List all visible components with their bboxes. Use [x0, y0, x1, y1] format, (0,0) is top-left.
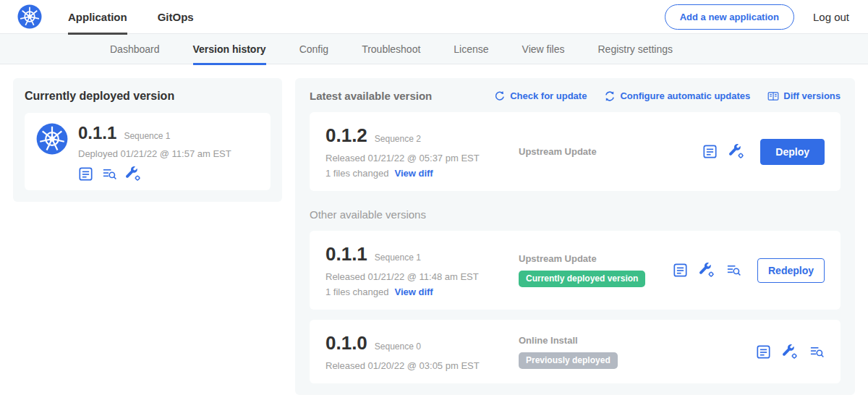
released-timestamp: Released 01/20/22 @ 03:05 pm EST — [326, 360, 510, 371]
latest-card-actions: Deploy — [702, 139, 825, 165]
panel-action-links: Check for update Configure automatic upd… — [494, 90, 841, 102]
check-for-update-link[interactable]: Check for update — [494, 90, 587, 102]
configure-automatic-updates-link[interactable]: Configure automatic updates — [604, 90, 750, 102]
subnav-tab-config[interactable]: Config — [299, 34, 328, 64]
diff-versions-link[interactable]: Diff versions — [767, 90, 841, 102]
version-info: 0.1.1 Sequence 1 Released 01/21/22 @ 11:… — [326, 243, 510, 297]
refresh-icon — [494, 90, 506, 102]
view-files-icon[interactable] — [102, 166, 117, 182]
latest-released-timestamp: Released 01/21/22 @ 05:37 pm EST — [326, 153, 510, 163]
latest-version-info: 0.1.2 Sequence 2 Released 01/21/22 @ 05:… — [326, 124, 510, 179]
add-application-button[interactable]: Add a new application — [665, 4, 794, 30]
version-card-0-1-0: 0.1.0 Sequence 0 Released 01/20/22 @ 03:… — [310, 320, 841, 383]
source-label: Online Install — [519, 335, 756, 346]
sync-icon — [604, 90, 616, 102]
app-icon-kubernetes — [36, 123, 68, 155]
subnav-tab-license-label: License — [454, 43, 488, 55]
kubernetes-logo-icon — [17, 4, 42, 29]
sequence-label: Sequence 1 — [375, 252, 421, 263]
view-files-icon[interactable] — [809, 344, 825, 360]
deployed-panel-title: Currently deployed version — [25, 90, 271, 103]
available-versions-panel: Latest available version Check for updat… — [295, 78, 855, 395]
diff-versions-label: Diff versions — [783, 90, 841, 101]
card-actions: Redeploy — [673, 258, 825, 283]
topbar-right: Add a new application Log out — [665, 4, 849, 30]
source-column: Upstream Update Currently deployed versi… — [510, 253, 673, 287]
latest-available-title: Latest available version — [310, 90, 432, 102]
app-subnav: Dashboard Version history Config Trouble… — [0, 34, 868, 64]
card-actions — [756, 344, 825, 360]
version-card-0-1-1: 0.1.1 Sequence 1 Released 01/21/22 @ 11:… — [310, 231, 841, 310]
view-diff-link[interactable]: View diff — [394, 286, 433, 297]
subnav-tab-registry-settings[interactable]: Registry settings — [597, 34, 672, 64]
latest-source-column: Upstream Update — [510, 146, 702, 157]
subnav-tab-view-files[interactable]: View files — [522, 34, 565, 64]
source-label: Upstream Update — [519, 253, 673, 264]
subnav-tab-version-history[interactable]: Version history — [193, 34, 266, 64]
other-versions-title: Other available versions — [310, 208, 841, 221]
files-changed: 1 files changed — [326, 286, 388, 297]
currently-deployed-badge: Currently deployed version — [519, 271, 645, 287]
deployed-timestamp: Deployed 01/21/22 @ 11:57 am EST — [78, 148, 231, 159]
latest-version-number: 0.1.2 — [326, 124, 367, 147]
diff-icon — [767, 90, 779, 102]
available-panel-header: Latest available version Check for updat… — [310, 90, 841, 102]
tab-application[interactable]: Application — [68, 0, 127, 34]
subnav-tab-version-history-label: Version history — [193, 43, 266, 55]
currently-deployed-panel: Currently deployed version 0.1.1 Sequenc… — [13, 78, 282, 202]
version-card-latest: 0.1.2 Sequence 2 Released 01/21/22 @ 05:… — [310, 112, 841, 191]
subnav-tab-view-files-label: View files — [522, 43, 565, 55]
sequence-label: Sequence 0 — [375, 341, 421, 352]
main-content: Currently deployed version 0.1.1 Sequenc… — [0, 64, 868, 408]
edit-config-icon[interactable] — [729, 144, 744, 159]
edit-config-icon[interactable] — [126, 166, 141, 182]
tab-gitops-label: GitOps — [158, 11, 194, 23]
release-notes-icon[interactable] — [756, 344, 771, 360]
deploy-button[interactable]: Deploy — [760, 139, 825, 165]
release-notes-icon[interactable] — [78, 166, 93, 182]
top-bar: Application GitOps Add a new application… — [0, 0, 868, 34]
subnav-tab-dashboard-label: Dashboard — [110, 43, 160, 55]
subnav-tab-troubleshoot-label: Troubleshoot — [362, 43, 420, 55]
view-files-icon[interactable] — [726, 263, 741, 278]
subnav-tab-dashboard[interactable]: Dashboard — [110, 34, 160, 64]
deployed-card-actions — [78, 166, 259, 182]
release-notes-icon[interactable] — [673, 263, 688, 278]
subnav-tab-troubleshoot[interactable]: Troubleshoot — [362, 34, 420, 64]
latest-source-label: Upstream Update — [519, 146, 702, 157]
logout-link[interactable]: Log out — [813, 11, 849, 23]
deployed-sequence-label: Sequence 1 — [124, 131, 170, 141]
deployed-version-info: 0.1.1 Sequence 1 Deployed 01/21/22 @ 11:… — [78, 123, 231, 159]
previously-deployed-badge: Previously deployed — [519, 352, 618, 369]
edit-config-icon[interactable] — [699, 263, 715, 278]
latest-sequence-label: Sequence 2 — [375, 134, 421, 144]
version-info: 0.1.0 Sequence 0 Released 01/20/22 @ 03:… — [326, 332, 510, 371]
deployed-version-number: 0.1.1 — [78, 123, 116, 143]
subnav-tab-registry-settings-label: Registry settings — [597, 43, 672, 55]
configure-automatic-updates-label: Configure automatic updates — [620, 90, 750, 101]
subnav-tab-license[interactable]: License — [454, 34, 488, 64]
release-notes-icon[interactable] — [702, 144, 718, 159]
tab-application-label: Application — [68, 11, 127, 23]
latest-view-diff-link[interactable]: View diff — [394, 168, 433, 179]
redeploy-button[interactable]: Redeploy — [757, 258, 825, 283]
source-column: Online Install Previously deployed — [510, 335, 756, 369]
edit-config-icon[interactable] — [783, 344, 798, 360]
version-number: 0.1.1 — [326, 243, 367, 265]
subnav-tab-config-label: Config — [299, 43, 328, 55]
tab-gitops[interactable]: GitOps — [158, 0, 194, 34]
version-number: 0.1.0 — [326, 332, 367, 354]
released-timestamp: Released 01/21/22 @ 11:48 am EST — [326, 271, 510, 282]
deployed-version-card: 0.1.1 Sequence 1 Deployed 01/21/22 @ 11:… — [25, 113, 271, 190]
check-for-update-label: Check for update — [510, 90, 587, 101]
latest-files-changed: 1 files changed — [326, 168, 388, 179]
